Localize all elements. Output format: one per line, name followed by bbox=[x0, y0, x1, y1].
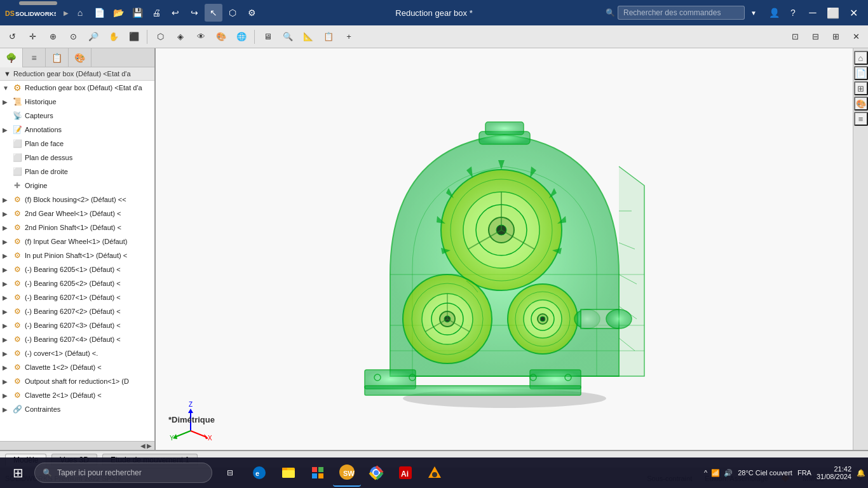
right-tb-btn1[interactable]: ⊡ bbox=[785, 28, 804, 46]
minimize-btn[interactable]: ─ bbox=[803, 3, 822, 22]
more-btn[interactable]: + bbox=[339, 28, 358, 46]
print-btn[interactable]: 🖨 bbox=[147, 4, 165, 22]
notifications-icon[interactable]: 🔔 bbox=[857, 469, 865, 477]
ft-item-17[interactable]: ▶ ⚙ (-) Bearing 6207<4> (Défaut) < bbox=[0, 332, 154, 346]
nav-next-btn[interactable]: ▶ bbox=[147, 442, 152, 449]
undo-btn[interactable]: ↩ bbox=[166, 4, 184, 22]
new-btn[interactable]: 📄 bbox=[90, 4, 108, 22]
ft-item-0[interactable]: ▶ 📜 Historique bbox=[0, 95, 154, 109]
ft-expand-12[interactable]: ▶ bbox=[3, 266, 11, 273]
edit-appearance-btn[interactable]: 🎨 bbox=[212, 28, 231, 46]
right-tb-btn2[interactable]: ⊟ bbox=[806, 28, 825, 46]
rp-color-btn[interactable]: 🎨 bbox=[854, 97, 868, 111]
ft-expand-2[interactable]: ▶ bbox=[3, 126, 11, 133]
ft-expand-21[interactable]: ▶ bbox=[3, 392, 11, 399]
ft-expand-9[interactable]: ▶ bbox=[3, 224, 11, 231]
hide-show-btn[interactable]: 👁 bbox=[191, 28, 210, 46]
ft-expand-22[interactable]: ▶ bbox=[3, 406, 11, 413]
taskbar-taskview[interactable]: ⊟ bbox=[216, 459, 244, 487]
magnify-btn[interactable]: 🔍 bbox=[278, 28, 297, 46]
feature-tree-list[interactable]: ▼ ⚙ Reduction gear box (Défaut) <Etat d'… bbox=[0, 81, 154, 441]
ft-expand-13[interactable]: ▶ bbox=[3, 280, 11, 287]
taskbar-solidworks[interactable]: SW bbox=[333, 459, 361, 487]
command-search-input[interactable] bbox=[618, 6, 745, 20]
ft-item-3[interactable]: ⬜ Plan de face bbox=[0, 137, 154, 151]
ft-item-21[interactable]: ▶ ⚙ Clavette 2<1> (Défaut) < bbox=[0, 388, 154, 402]
taskbar-vlc[interactable] bbox=[421, 459, 449, 487]
panel-scrollbar[interactable]: ◀ ▶ bbox=[0, 441, 154, 450]
view3d-btn[interactable]: ⬡ bbox=[224, 4, 241, 22]
ft-item-16[interactable]: ▶ ⚙ (-) Bearing 6207<3> (Défaut) < bbox=[0, 318, 154, 332]
select-btn[interactable]: ↖ bbox=[205, 4, 222, 22]
ft-root[interactable]: ▼ ⚙ Reduction gear box (Défaut) <Etat d'… bbox=[0, 81, 154, 95]
zoom-fit-btn[interactable]: ⊙ bbox=[64, 28, 83, 46]
taskbar-clock[interactable]: 21:42 31/08/2024 bbox=[817, 465, 851, 480]
ft-expand-0[interactable]: ▶ bbox=[3, 98, 11, 105]
zoom-region-btn[interactable]: ⊕ bbox=[43, 28, 62, 46]
right-tb-close[interactable]: ✕ bbox=[846, 28, 865, 46]
3d-viewport[interactable]: Z X Y *Dimétrique bbox=[156, 48, 853, 450]
home-btn[interactable]: ⌂ bbox=[71, 4, 89, 22]
properties-btn[interactable]: 📋 bbox=[319, 28, 338, 46]
ft-item-6[interactable]: ✚ Origine bbox=[0, 179, 154, 193]
ft-item-9[interactable]: ▶ ⚙ 2nd Pinion Shaft<1> (Défaut) < bbox=[0, 220, 154, 234]
panel-tab-featuretree[interactable]: 🌳 bbox=[0, 48, 23, 67]
ft-item-20[interactable]: ▶ ⚙ Outpout shaft for reduction<1> (D bbox=[0, 374, 154, 388]
scenes-btn[interactable]: 🌐 bbox=[232, 28, 251, 46]
move-btn[interactable]: ✛ bbox=[23, 28, 42, 46]
rp-list-btn[interactable]: ≡ bbox=[854, 112, 868, 126]
ft-item-22[interactable]: ▶ 🔗 Contraintes bbox=[0, 402, 154, 416]
arrow-up-tray[interactable]: ^ bbox=[704, 469, 707, 477]
taskbar-adobe[interactable]: Ai bbox=[391, 459, 419, 487]
ft-item-11[interactable]: ▶ ⚙ In put Pinion Shaft<1> (Défaut) < bbox=[0, 248, 154, 262]
ft-expand-7[interactable]: ▶ bbox=[3, 196, 11, 203]
ft-item-15[interactable]: ▶ ⚙ (-) Bearing 6207<2> (Défaut) < bbox=[0, 304, 154, 318]
section-view-btn[interactable]: ⬛ bbox=[125, 28, 144, 46]
measure-btn[interactable]: 📐 bbox=[299, 28, 318, 46]
ft-expand-15[interactable]: ▶ bbox=[3, 308, 11, 315]
rp-grid-btn[interactable]: ⊞ bbox=[854, 81, 868, 95]
panel-tab-properties[interactable]: ≡ bbox=[23, 48, 46, 67]
network-icon[interactable]: 📶 bbox=[711, 469, 720, 477]
ft-expand-8[interactable]: ▶ bbox=[3, 210, 11, 217]
search-arrow-btn[interactable]: ▼ bbox=[747, 4, 760, 22]
user-icon-btn[interactable]: 👤 bbox=[765, 4, 783, 22]
ft-item-8[interactable]: ▶ ⚙ 2nd Gear Wheel<1> (Défaut) < bbox=[0, 207, 154, 220]
view-orient-btn[interactable]: ⬡ bbox=[151, 28, 170, 46]
save-btn[interactable]: 💾 bbox=[128, 4, 146, 22]
panel-tab-display[interactable]: 🎨 bbox=[69, 48, 92, 67]
help-btn[interactable]: ? bbox=[784, 4, 802, 22]
volume-icon[interactable]: 🔊 bbox=[724, 469, 733, 477]
ft-item-4[interactable]: ⬜ Plan de dessus bbox=[0, 151, 154, 165]
options-btn[interactable]: ⚙ bbox=[243, 4, 261, 22]
redo-btn[interactable]: ↪ bbox=[186, 4, 203, 22]
ft-expand-11[interactable]: ▶ bbox=[3, 252, 11, 259]
ft-expand-20[interactable]: ▶ bbox=[3, 378, 11, 385]
ft-item-2[interactable]: ▶ 📝 Annotations bbox=[0, 123, 154, 137]
open-btn[interactable]: 📂 bbox=[109, 4, 127, 22]
panel-tab-config[interactable]: 📋 bbox=[46, 48, 69, 67]
ft-expand-17[interactable]: ▶ bbox=[3, 336, 11, 343]
ft-expand-10[interactable]: ▶ bbox=[3, 238, 11, 245]
taskbar-store[interactable] bbox=[304, 459, 332, 487]
ft-expand-19[interactable]: ▶ bbox=[3, 364, 11, 371]
ft-expand-18[interactable]: ▶ bbox=[3, 350, 11, 357]
right-tb-btn3[interactable]: ⊞ bbox=[826, 28, 845, 46]
ft-root-expand[interactable]: ▼ bbox=[3, 85, 11, 92]
display-style-btn[interactable]: ◈ bbox=[171, 28, 190, 46]
close-btn[interactable]: ✕ bbox=[844, 3, 863, 22]
rp-home-btn[interactable]: ⌂ bbox=[854, 51, 868, 65]
taskbar-search[interactable]: 🔍 Taper ici pour rechercher bbox=[34, 463, 212, 483]
ft-item-7[interactable]: ▶ ⚙ (f) Block housing<2> (Défaut) << bbox=[0, 193, 154, 207]
ft-item-1[interactable]: 📡 Capteurs bbox=[0, 109, 154, 123]
start-button[interactable]: ⊞ bbox=[3, 458, 33, 488]
zoom-sheet-btn[interactable]: 🔎 bbox=[84, 28, 103, 46]
view3d-btn2[interactable]: 🖥 bbox=[258, 28, 277, 46]
ft-item-18[interactable]: ▶ ⚙ (-) cover<1> (Défaut) <. bbox=[0, 346, 154, 360]
ft-item-10[interactable]: ▶ ⚙ (f) Input Gear Wheel<1> (Défaut) bbox=[0, 234, 154, 248]
ft-item-13[interactable]: ▶ ⚙ (-) Bearing 6205<2> (Défaut) < bbox=[0, 276, 154, 290]
ft-expand-16[interactable]: ▶ bbox=[3, 322, 11, 329]
maximize-btn[interactable]: ⬜ bbox=[824, 3, 843, 22]
rp-file-btn[interactable]: 📄 bbox=[854, 66, 868, 80]
ft-item-12[interactable]: ▶ ⚙ (-) Bearing 6205<1> (Défaut) < bbox=[0, 262, 154, 276]
